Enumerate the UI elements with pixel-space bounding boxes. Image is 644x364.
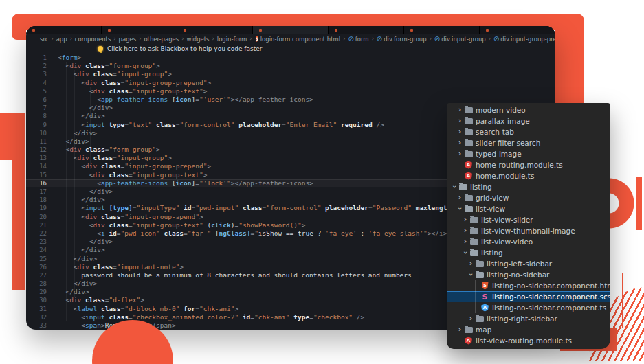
icon-glyph	[465, 107, 473, 113]
tree-item-parallax-image[interactable]: ›parallax-image	[447, 115, 610, 126]
chevron-right-icon[interactable]: ›	[456, 150, 463, 157]
chevron-right-icon[interactable]: ›	[462, 227, 469, 234]
hint-label: Click here to ask Blackbox to help you c…	[107, 45, 262, 52]
code-text: <div class="input-group-apend">	[58, 213, 203, 221]
tree-item-list-view-slider[interactable]: ›list-view-slider	[447, 214, 610, 225]
code-text: </div>	[58, 129, 97, 137]
code-text: <div class="d-flex">	[58, 296, 144, 304]
icon-glyph	[476, 272, 484, 278]
tree-item-listing[interactable]: ›listing	[447, 247, 610, 258]
tree-item-label: search-tab	[476, 128, 514, 136]
tree-item-list-view-thumbnail-image[interactable]: ›list-view-thumbnail-image	[447, 225, 610, 236]
file-icon	[184, 29, 186, 32]
tree-item-list-view-video[interactable]: ›list-view-video	[447, 236, 610, 247]
tree-item-search-tab[interactable]: ›search-tab	[447, 126, 610, 137]
tree-item-listing[interactable]: ›listing	[447, 181, 610, 192]
editor-tab[interactable]	[404, 26, 480, 34]
breadcrumb-file[interactable]: login-form.component.html	[260, 36, 340, 43]
folder-icon	[474, 316, 485, 322]
breadcrumb-element[interactable]: div.form-group	[384, 36, 426, 43]
breadcrumb-item[interactable]: components	[75, 36, 111, 43]
tree-item-listing-no-sidebar.component.ts[interactable]: ›Alisting-no-sidebar.component.ts	[447, 302, 610, 313]
tree-item-home.module.ts[interactable]: ›Ahome.module.ts	[447, 170, 610, 181]
chevron-right-icon[interactable]: ›	[456, 117, 463, 124]
editor-tab[interactable]	[102, 26, 177, 34]
editor-tab[interactable]	[26, 26, 102, 34]
line-number: 6	[26, 95, 58, 104]
code-text: </div>	[58, 288, 89, 296]
line-number: 4	[26, 79, 58, 87]
tree-item-label: list-view-thumbnail-image	[481, 227, 575, 235]
file-icon	[108, 29, 111, 32]
chevron-right-icon[interactable]: ›	[456, 139, 463, 146]
line-number: 22	[26, 229, 58, 238]
line-number: 2	[26, 62, 58, 70]
tree-item-typed-image[interactable]: ›typed-image	[447, 148, 610, 159]
tree-item-grid-view[interactable]: ›grid-view	[447, 192, 610, 203]
chevron-right-icon[interactable]: ›	[467, 260, 474, 267]
tree-item-home-routing.module.ts[interactable]: ›Ahome-routing.module.ts	[447, 159, 610, 170]
chevron-down-icon[interactable]: ›	[467, 271, 474, 278]
breadcrumb-separator: ›	[113, 36, 115, 42]
chevron-right-icon[interactable]: ›	[456, 106, 463, 113]
chevron-down-icon[interactable]: ›	[456, 205, 463, 212]
tree-item-listing-no-sidebar.component.scss[interactable]: ›Slisting-no-sidebar.component.scss	[447, 291, 610, 302]
chevron-right-icon[interactable]: ›	[456, 128, 463, 135]
chevron-right-icon[interactable]: ›	[456, 326, 463, 333]
tree-item-list-view-routing.module.ts[interactable]: ›Alist-view-routing.module.ts	[447, 335, 610, 346]
tree-item-label: parallax-image	[476, 117, 530, 125]
tree-item-label: list-view	[476, 205, 505, 213]
code-text: <div class="input-group-prepend">	[58, 162, 211, 170]
breadcrumb-item[interactable]: other-pages	[144, 36, 179, 43]
breadcrumb-item[interactable]: pages	[119, 36, 137, 43]
breadcrumb-item[interactable]: app	[56, 36, 67, 43]
line-number: 16	[26, 179, 58, 187]
tree-item-listing-no-sidebar.component.html[interactable]: ›5listing-no-sidebar.component.html	[447, 280, 610, 291]
icon-glyph	[465, 140, 473, 146]
chevron-right-icon[interactable]: ›	[456, 194, 463, 201]
breadcrumb-item[interactable]: login-form	[217, 36, 247, 43]
chevron-right-icon[interactable]: ›	[462, 216, 469, 223]
file-explorer-panel[interactable]: ›modern-video›parallax-image›search-tab›…	[447, 103, 610, 349]
tree-item-modern-video[interactable]: ›modern-video	[447, 104, 610, 115]
editor-tab[interactable]	[177, 26, 253, 34]
breadcrumb[interactable]: src›app›components›pages›other-pages›wid…	[26, 34, 555, 44]
tree-item-listing-left-sidebar[interactable]: ›listing-left-sidebar	[447, 258, 610, 269]
file-icon	[259, 29, 262, 32]
icon-glyph	[470, 217, 478, 223]
editor-tab[interactable]	[329, 26, 404, 34]
chevron-right-icon[interactable]: ›	[462, 238, 469, 245]
tree-item-map[interactable]: ›map	[447, 324, 610, 335]
tree-item-list-view[interactable]: ›list-view	[447, 203, 610, 214]
folder-icon	[463, 107, 474, 113]
tab-bar[interactable]	[26, 26, 555, 34]
blackbox-hint[interactable]: Click here to ask Blackbox to help you c…	[26, 44, 555, 54]
element-symbol-icon: ⊘	[434, 36, 440, 43]
tree-item-label: home.module.ts	[476, 172, 534, 180]
tree-item-listing-right-sidebar[interactable]: ›listing-right-sidebar	[447, 313, 610, 324]
tree-item-listing-no-sidebar[interactable]: ›listing-no-sidebar	[447, 269, 610, 280]
breadcrumb-element[interactable]: div.input-group-prepend	[500, 36, 555, 43]
editor-tab-active[interactable]	[253, 26, 329, 34]
breadcrumb-item[interactable]: src	[40, 36, 48, 43]
breadcrumb-item[interactable]: widgets	[186, 36, 209, 43]
chevron-right-icon[interactable]: ›	[467, 315, 474, 322]
tree-item-label: listing-right-sidebar	[487, 315, 557, 323]
chevron-down-icon[interactable]: ›	[462, 249, 469, 256]
line-number: 30	[26, 296, 58, 304]
line-number: 15	[26, 171, 58, 179]
breadcrumb-separator: ›	[489, 36, 491, 42]
file-icon	[410, 29, 413, 32]
breadcrumb-element[interactable]: form	[355, 36, 369, 43]
code-text: <div class="form-group">	[58, 146, 160, 154]
line-number: 10	[26, 129, 58, 137]
editor-tab[interactable]	[480, 26, 555, 34]
breadcrumb-element[interactable]: div.input-group	[441, 36, 485, 43]
decor-vbar-right	[636, 177, 642, 230]
line-number: 12	[26, 146, 58, 154]
tree-item-slider-filter-search[interactable]: ›slider-filter-search	[447, 137, 610, 148]
tree-item-label: listing-left-sidebar	[487, 260, 552, 268]
chevron-down-icon[interactable]: ›	[451, 183, 458, 190]
code-text: <div class="form-group">	[58, 62, 160, 70]
angular-module-icon: A	[463, 172, 474, 180]
